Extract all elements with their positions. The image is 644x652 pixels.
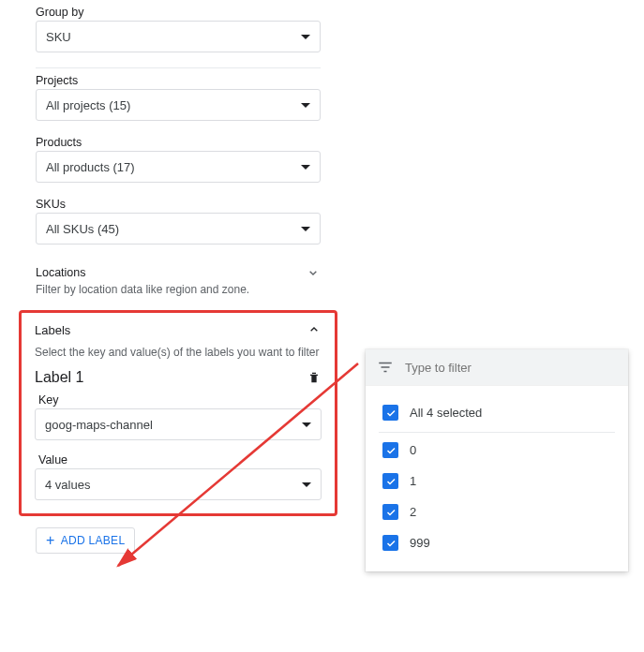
popup-filter-row <box>366 349 628 385</box>
locations-title: Locations <box>36 266 86 279</box>
option-label: 2 <box>410 505 416 519</box>
projects-field: Projects All projects (15) <box>36 74 321 121</box>
group-by-field: Group by SKU <box>36 6 321 52</box>
option-row[interactable]: 2 <box>379 496 615 527</box>
option-row[interactable]: 0 <box>379 435 615 466</box>
checkbox-checked-icon <box>382 405 398 421</box>
label-key-value: goog-maps-channel <box>45 418 153 432</box>
skus-field: SKUs All SKUs (45) <box>36 198 321 244</box>
select-all-row[interactable]: All 4 selected <box>379 397 615 428</box>
label-value-value: 4 values <box>45 478 90 492</box>
group-by-label: Group by <box>36 6 321 19</box>
label-block-title: Label 1 <box>35 369 84 386</box>
projects-value: All projects (15) <box>46 98 130 112</box>
filters-panel: Group by SKU Projects All projects (15) … <box>19 0 337 554</box>
checkbox-checked-icon <box>382 504 398 520</box>
skus-select[interactable]: All SKUs (45) <box>36 213 321 244</box>
popup-options: All 4 selected 0 1 2 999 <box>366 385 628 571</box>
option-label: 0 <box>410 443 416 457</box>
group-by-select[interactable]: SKU <box>36 21 321 52</box>
projects-label: Projects <box>36 74 321 87</box>
label-key-label: Key <box>38 393 322 407</box>
label-value-select[interactable]: 4 values <box>35 468 322 500</box>
chevron-up-icon <box>307 322 322 337</box>
divider <box>36 67 321 68</box>
locations-header[interactable]: Locations <box>19 259 337 282</box>
chevron-down-icon <box>306 265 321 280</box>
labels-desc: Select the key and value(s) of the label… <box>35 345 322 360</box>
filter-input[interactable] <box>403 360 617 376</box>
popup-separator <box>379 432 615 433</box>
option-label: 999 <box>410 536 430 550</box>
products-field: Products All products (17) <box>36 136 321 183</box>
labels-section: Labels Select the key and value(s) of th… <box>19 310 337 516</box>
checkbox-checked-icon <box>382 473 398 489</box>
plus-icon: + <box>46 535 55 546</box>
caret-down-icon <box>301 165 310 170</box>
products-label: Products <box>36 136 321 149</box>
locations-desc: Filter by location data like region and … <box>19 282 337 306</box>
checkbox-checked-icon <box>382 535 398 551</box>
checkbox-checked-icon <box>382 442 398 458</box>
option-label: 1 <box>410 474 416 488</box>
caret-down-icon <box>301 35 310 39</box>
label-value-label: Value <box>38 453 322 467</box>
group-by-value: SKU <box>46 30 71 44</box>
option-row[interactable]: 999 <box>379 527 615 558</box>
label-block-header: Label 1 <box>35 369 322 386</box>
delete-label-button[interactable] <box>307 370 322 385</box>
caret-down-icon <box>302 422 311 427</box>
filter-icon <box>377 359 394 376</box>
skus-label: SKUs <box>36 198 321 211</box>
caret-down-icon <box>301 227 310 231</box>
label-key-select[interactable]: goog-maps-channel <box>35 408 322 440</box>
products-select[interactable]: All products (17) <box>36 151 321 183</box>
value-filter-popup: All 4 selected 0 1 2 999 <box>366 349 628 571</box>
skus-value: All SKUs (45) <box>46 222 119 236</box>
option-row[interactable]: 1 <box>379 466 615 496</box>
caret-down-icon <box>302 482 311 487</box>
add-label-button[interactable]: + ADD LABEL <box>36 527 135 554</box>
select-all-label: All 4 selected <box>410 406 482 420</box>
labels-header[interactable]: Labels <box>35 322 322 337</box>
caret-down-icon <box>301 103 310 108</box>
products-value: All products (17) <box>46 160 135 174</box>
labels-title: Labels <box>35 323 70 337</box>
projects-select[interactable]: All projects (15) <box>36 89 321 121</box>
add-label-text: ADD LABEL <box>61 534 126 547</box>
